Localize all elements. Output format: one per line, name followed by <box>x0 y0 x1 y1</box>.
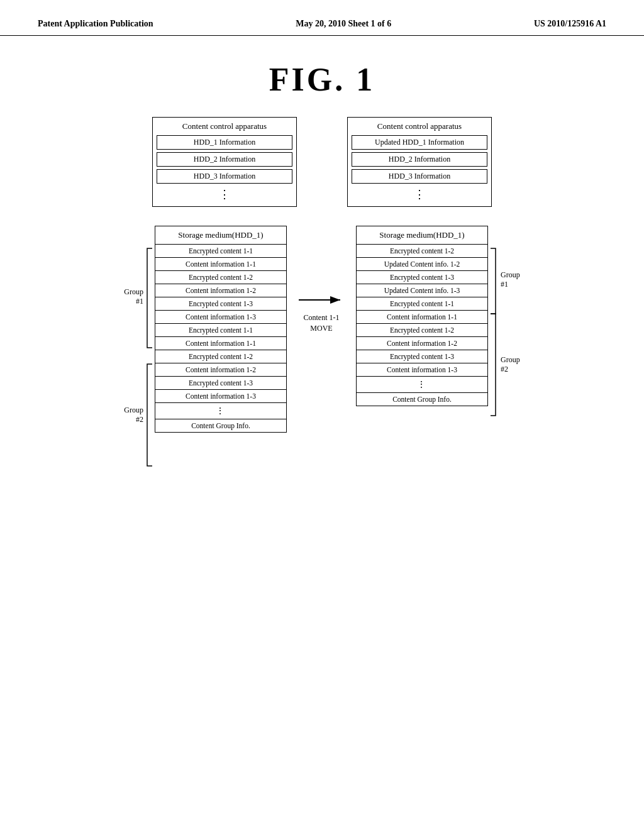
left-enc-1-2: Encrypted content 1-2 <box>155 271 286 284</box>
top-left-row-3: HDD_3 Information <box>157 169 292 184</box>
left-storage-box: Storage medium(HDD_1) Encrypted content … <box>155 226 287 433</box>
header-right: US 2010/125916 A1 <box>534 19 606 29</box>
right-group2-label: Group #2 <box>499 314 520 416</box>
page-header: Patent Application Publication May 20, 2… <box>0 0 644 36</box>
right-g2-info-1-2: Content information 1-2 <box>357 337 487 350</box>
left-g2-enc-1-3: Encrypted content 1-3 <box>155 377 286 390</box>
left-g2-info-1-1: Content information 1-1 <box>155 337 286 350</box>
right-g2-enc-1-1: Encrypted content 1-1 <box>357 297 487 311</box>
right-enc-1-3: Encrypted content 1-3 <box>357 271 487 284</box>
left-info-1-1: Content information 1-1 <box>155 258 286 271</box>
left-group-labels: Group #1 Group #2 <box>124 226 145 466</box>
header-left: Patent Application Publication <box>38 19 153 29</box>
left-g2-enc-1-2: Encrypted content 1-2 <box>155 350 286 363</box>
left-g2-enc-1-1: Encrypted content 1-1 <box>155 324 286 337</box>
left-diagram: Group #1 Group #2 Storage medium(HDD_1) <box>124 226 287 572</box>
left-g2-info-1-2: Content information 1-2 <box>155 363 286 377</box>
right-g2-enc-1-3: Encrypted content 1-3 <box>357 350 487 363</box>
left-bracket-svg <box>145 246 153 569</box>
right-enc-1-2: Encrypted content 1-2 <box>357 245 487 258</box>
left-info-1-3: Content information 1-3 <box>155 311 286 324</box>
right-group-labels: Group #1 Group #2 <box>499 226 520 416</box>
left-brackets <box>145 226 153 572</box>
left-dots: ⋮ <box>155 403 286 419</box>
top-left-row-2: HDD_2 Information <box>157 152 292 167</box>
right-g2-enc-1-2: Encrypted content 1-2 <box>357 324 487 337</box>
left-g2-info-1-3: Content information 1-3 <box>155 390 286 403</box>
top-left-control-title: Content control apparatus <box>157 121 292 131</box>
top-right-row-3: HDD_3 Information <box>352 169 487 184</box>
left-info-1-2: Content information 1-2 <box>155 284 286 297</box>
right-storage-title: Storage medium(HDD_1) <box>357 226 487 245</box>
right-diagram: Storage medium(HDD_1) Encrypted content … <box>356 226 520 572</box>
left-group2-label: Group #2 <box>124 364 145 466</box>
right-group1-label: Group #1 <box>499 246 520 314</box>
top-left-dots: ⋮ <box>157 186 292 202</box>
right-bracket-svg <box>489 246 498 569</box>
middle-section: Content 1-1 MOVE <box>287 226 356 334</box>
right-upd-info-1-2: Updated Content info. 1-2 <box>357 258 487 271</box>
bottom-row: Group #1 Group #2 Storage medium(HDD_1) <box>0 226 644 572</box>
right-brackets <box>489 226 498 572</box>
top-right-row-2: HDD_2 Information <box>352 152 487 167</box>
top-right-control-box: Content control apparatus Updated HDD_1 … <box>347 117 492 207</box>
right-upd-info-1-3: Updated Content info. 1-3 <box>357 284 487 297</box>
header-middle: May 20, 2010 Sheet 1 of 6 <box>296 19 391 29</box>
right-dots: ⋮ <box>357 377 487 393</box>
move-arrow <box>296 289 347 311</box>
left-footer: Content Group Info. <box>155 419 286 432</box>
right-g2-info-1-1: Content information 1-1 <box>357 311 487 324</box>
top-right-dots: ⋮ <box>352 186 487 202</box>
top-right-control-title: Content control apparatus <box>352 121 487 131</box>
right-g2-info-1-3: Content information 1-3 <box>357 363 487 377</box>
fig-title: FIG. 1 <box>0 61 644 98</box>
top-left-control-box: Content control apparatus HDD_1 Informat… <box>152 117 297 207</box>
left-group1-label: Group #1 <box>124 246 145 348</box>
left-storage-title: Storage medium(HDD_1) <box>155 226 286 245</box>
top-left-row-1: HDD_1 Information <box>157 135 292 150</box>
top-right-row-1: Updated HDD_1 Information <box>352 135 487 150</box>
right-footer: Content Group Info. <box>357 393 487 406</box>
left-enc-1-3: Encrypted content 1-3 <box>155 297 286 311</box>
top-row: Content control apparatus HDD_1 Informat… <box>0 117 644 207</box>
right-storage-box: Storage medium(HDD_1) Encrypted content … <box>356 226 488 406</box>
left-enc-1-1: Encrypted content 1-1 <box>155 245 286 258</box>
arrow-label: Content 1-1 MOVE <box>304 313 340 334</box>
